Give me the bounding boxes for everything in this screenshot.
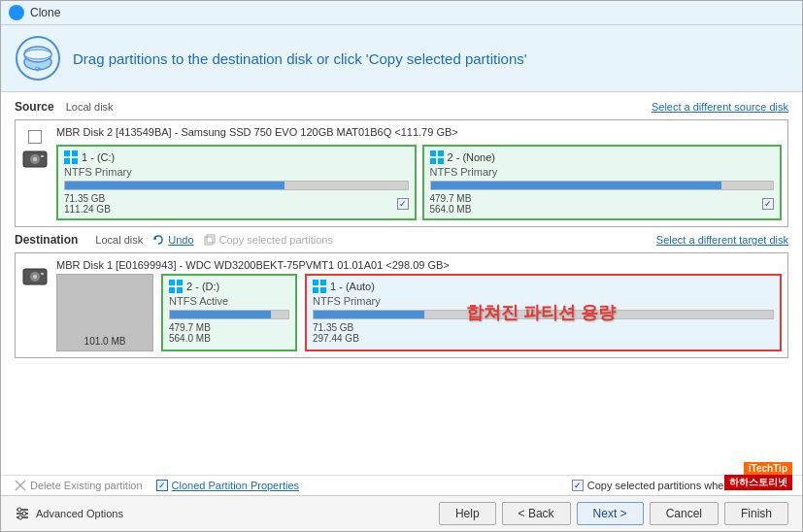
main-content: Source Local disk Select a different sou…	[1, 92, 802, 475]
dest-pa-name: 1 - (Auto)	[330, 281, 375, 292]
undo-button[interactable]: Undo	[152, 234, 193, 246]
source-p1-check[interactable]: ✓	[397, 198, 409, 210]
svg-rect-26	[169, 287, 175, 293]
source-icon-col	[21, 126, 49, 173]
source-p1-header: 1 - (C:)	[64, 150, 409, 164]
source-label: Source	[15, 100, 54, 114]
source-p2-size-used: 479.7 MB 564.0 MB	[430, 193, 472, 215]
source-partition-1: 1 - (C:) NTFS Primary 71.35 GB 111.24 GB	[56, 145, 417, 220]
windows-icon-1	[64, 150, 78, 164]
svg-rect-30	[313, 287, 318, 293]
copy-selected-button[interactable]: Copy selected partitions	[204, 234, 333, 246]
svg-rect-25	[177, 280, 183, 285]
svg-rect-23	[41, 273, 44, 275]
clone-icon: ⟳	[15, 35, 61, 82]
copy-next-checkbox[interactable]: ✓	[572, 480, 584, 491]
dest-toolbar: Destination Local disk Undo	[15, 233, 333, 247]
help-button[interactable]: Help	[439, 502, 496, 525]
svg-text:⟳: ⟳	[35, 65, 42, 74]
cloned-props-label[interactable]: Cloned Partition Properties	[172, 480, 299, 491]
svg-rect-9	[64, 150, 70, 156]
svg-rect-12	[72, 158, 78, 164]
svg-rect-14	[438, 150, 444, 156]
cloned-checkbox[interactable]: ✓	[156, 480, 168, 491]
windows-icon-2	[430, 150, 444, 164]
dest-partition-d: 2 - (D:) NTFS Active 479.7 MB 564.0 MB	[161, 274, 297, 351]
svg-point-3	[24, 50, 51, 59]
footer-left: Advanced Options	[15, 506, 123, 521]
dest-disk-content: MBR Disk 1 [E01699943] - WDC WD3200BEKT-…	[56, 259, 782, 351]
dest-pd-progress	[169, 310, 289, 319]
app-icon	[9, 5, 24, 20]
source-p2-sizes: 479.7 MB 564.0 MB ✓	[430, 193, 775, 215]
source-header: Source Local disk Select a different sou…	[15, 100, 788, 114]
back-button[interactable]: < Back	[502, 502, 571, 525]
dest-pd-name: 2 - (D:)	[186, 281, 219, 292]
undo-label[interactable]: Undo	[168, 234, 193, 246]
cloned-props-option[interactable]: ✓ Cloned Partition Properties	[156, 480, 299, 491]
delete-option[interactable]: Delete Existing partition	[15, 480, 143, 491]
source-label-group: Source Local disk	[15, 100, 114, 114]
svg-rect-13	[430, 150, 436, 156]
dest-pd-header: 2 - (D:)	[169, 280, 289, 293]
source-p2-name: 2 - (None)	[448, 151, 496, 163]
dest-pd-sizes: 479.7 MB 564.0 MB	[169, 322, 289, 344]
source-p1-progress	[64, 181, 409, 190]
svg-rect-8	[41, 155, 44, 157]
svg-rect-10	[72, 150, 78, 156]
svg-rect-18	[205, 237, 213, 245]
dest-icon-col	[21, 259, 49, 290]
dest-pd-type: NTFS Active	[169, 295, 289, 307]
dest-sublabel: Local disk	[95, 234, 143, 246]
footer-options: Delete Existing partition ✓ Cloned Parti…	[1, 475, 802, 495]
red-overlay-text: 합쳐진 파티션 용량	[466, 301, 616, 324]
dest-disk-container: MBR Disk 1 [E01699943] - WDC WD3200BEKT-…	[15, 252, 788, 358]
undo-icon	[152, 234, 164, 246]
next-button[interactable]: Next >	[577, 502, 644, 525]
source-checkbox[interactable]	[28, 130, 42, 144]
source-p2-header: 2 - (None)	[430, 150, 775, 164]
dest-disk-icon	[21, 263, 49, 290]
dest-label: Destination	[15, 233, 78, 247]
source-p1-sizes: 71.35 GB 111.24 GB ✓	[64, 193, 409, 215]
select-source-link[interactable]: Select a different source disk	[652, 101, 788, 113]
dest-unallocated: 101.0 MB	[56, 274, 153, 351]
svg-rect-16	[438, 158, 444, 164]
svg-point-7	[33, 157, 37, 161]
source-disk-title: MBR Disk 2 [413549BA] - Samsung SSD 750 …	[56, 126, 782, 138]
dest-pd-fill	[170, 311, 271, 318]
dest-pa-header: 1 - (Auto)	[313, 280, 774, 293]
copy-when-next-label: Copy selected partitions when I click 'N…	[587, 480, 788, 491]
svg-rect-15	[430, 158, 436, 164]
dest-header: Destination Local disk Undo	[15, 233, 788, 247]
source-p2-progress	[430, 181, 775, 190]
source-sublabel: Local disk	[66, 101, 114, 113]
select-target-link[interactable]: Select a different target disk	[656, 234, 788, 246]
footer-right: Help < Back Next > Cancel Finish	[439, 502, 788, 525]
source-p2-check[interactable]: ✓	[762, 198, 774, 210]
cancel-button[interactable]: Cancel	[650, 502, 719, 525]
advanced-options-button[interactable]: Advanced Options	[36, 508, 123, 519]
copy-next-checkmark: ✓	[574, 481, 582, 490]
destination-section: Destination Local disk Undo	[15, 233, 788, 358]
source-disk-content: MBR Disk 2 [413549BA] - Samsung SSD 750 …	[56, 126, 782, 220]
source-section: Source Local disk Select a different sou…	[15, 100, 788, 227]
copy-when-next: ✓ Copy selected partitions when I click …	[572, 480, 788, 491]
source-partitions-row: 1 - (C:) NTFS Primary 71.35 GB 111.24 GB	[56, 145, 782, 220]
source-disk-container: MBR Disk 2 [413549BA] - Samsung SSD 750 …	[15, 119, 788, 227]
header-section: ⟳ Drag partitions to the destination dis…	[1, 25, 802, 92]
dest-pd-size: 479.7 MB 564.0 MB	[169, 322, 211, 344]
svg-point-37	[17, 508, 21, 512]
dest-disk-title: MBR Disk 1 [E01699943] - WDC WD3200BEKT-…	[56, 259, 782, 271]
delete-icon	[15, 480, 26, 491]
footer-buttons: Advanced Options Help < Back Next > Canc…	[1, 495, 802, 531]
header-instruction: Drag partitions to the destination disk …	[73, 50, 527, 67]
svg-point-22	[33, 275, 37, 279]
copy-icon	[204, 234, 216, 246]
svg-rect-29	[320, 280, 326, 285]
delete-label: Delete Existing partition	[30, 480, 143, 491]
advanced-options-icon	[15, 506, 30, 521]
dest-pa-size: 71.35 GB 297.44 GB	[313, 322, 359, 344]
finish-button[interactable]: Finish	[724, 502, 788, 525]
svg-point-39	[18, 515, 22, 519]
